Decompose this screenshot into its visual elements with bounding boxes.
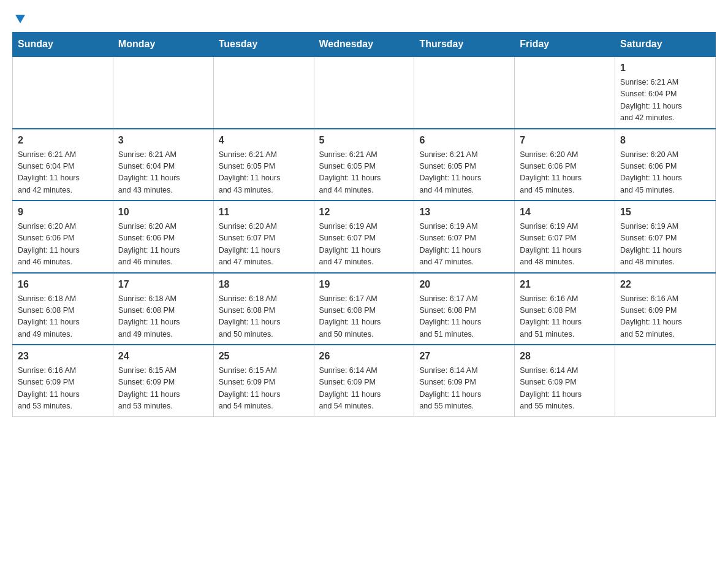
calendar-cell: 22Sunrise: 6:16 AM Sunset: 6:09 PM Dayli…	[615, 273, 716, 345]
day-info: Sunrise: 6:15 AM Sunset: 6:09 PM Dayligh…	[219, 365, 309, 413]
day-number: 21	[520, 277, 610, 292]
day-info: Sunrise: 6:18 AM Sunset: 6:08 PM Dayligh…	[18, 293, 108, 341]
day-number: 26	[319, 349, 409, 364]
day-info: Sunrise: 6:21 AM Sunset: 6:04 PM Dayligh…	[18, 149, 108, 197]
day-number: 17	[118, 277, 208, 292]
calendar-cell: 18Sunrise: 6:18 AM Sunset: 6:08 PM Dayli…	[213, 273, 314, 345]
calendar-cell: 10Sunrise: 6:20 AM Sunset: 6:06 PM Dayli…	[113, 201, 213, 273]
day-info: Sunrise: 6:21 AM Sunset: 6:05 PM Dayligh…	[219, 149, 309, 197]
day-number: 27	[419, 349, 509, 364]
day-number: 9	[18, 205, 108, 220]
calendar-cell: 20Sunrise: 6:17 AM Sunset: 6:08 PM Dayli…	[414, 273, 515, 345]
weekday-header-wednesday: Wednesday	[314, 33, 414, 57]
day-number: 20	[419, 277, 509, 292]
calendar-cell: 6Sunrise: 6:21 AM Sunset: 6:05 PM Daylig…	[414, 129, 515, 201]
day-info: Sunrise: 6:17 AM Sunset: 6:08 PM Dayligh…	[319, 293, 409, 341]
day-info: Sunrise: 6:19 AM Sunset: 6:07 PM Dayligh…	[520, 221, 610, 269]
day-number: 16	[18, 277, 108, 292]
calendar-cell: 21Sunrise: 6:16 AM Sunset: 6:08 PM Dayli…	[515, 273, 615, 345]
day-info: Sunrise: 6:21 AM Sunset: 6:05 PM Dayligh…	[419, 149, 509, 197]
calendar-week-row: 23Sunrise: 6:16 AM Sunset: 6:09 PM Dayli…	[13, 345, 716, 416]
weekday-header-saturday: Saturday	[615, 33, 716, 57]
day-number: 2	[18, 133, 108, 148]
day-number: 13	[419, 205, 509, 220]
calendar-cell: 17Sunrise: 6:18 AM Sunset: 6:08 PM Dayli…	[113, 273, 213, 345]
day-info: Sunrise: 6:16 AM Sunset: 6:09 PM Dayligh…	[18, 365, 108, 413]
day-info: Sunrise: 6:21 AM Sunset: 6:04 PM Dayligh…	[620, 77, 710, 124]
calendar-cell	[314, 56, 414, 129]
day-number: 19	[319, 277, 409, 292]
day-number: 11	[219, 205, 309, 220]
calendar-cell: 7Sunrise: 6:20 AM Sunset: 6:06 PM Daylig…	[515, 129, 615, 201]
day-number: 28	[520, 349, 610, 364]
day-info: Sunrise: 6:19 AM Sunset: 6:07 PM Dayligh…	[319, 221, 409, 269]
calendar-cell	[13, 56, 113, 129]
page-header	[12, 12, 716, 26]
calendar-cell: 2Sunrise: 6:21 AM Sunset: 6:04 PM Daylig…	[13, 129, 113, 201]
day-number: 22	[620, 277, 710, 292]
day-info: Sunrise: 6:19 AM Sunset: 6:07 PM Dayligh…	[620, 221, 710, 269]
calendar-cell: 3Sunrise: 6:21 AM Sunset: 6:04 PM Daylig…	[113, 129, 213, 201]
calendar-cell: 27Sunrise: 6:14 AM Sunset: 6:09 PM Dayli…	[414, 345, 515, 416]
calendar-cell: 4Sunrise: 6:21 AM Sunset: 6:05 PM Daylig…	[213, 129, 314, 201]
calendar-cell: 23Sunrise: 6:16 AM Sunset: 6:09 PM Dayli…	[13, 345, 113, 416]
calendar-cell: 11Sunrise: 6:20 AM Sunset: 6:07 PM Dayli…	[213, 201, 314, 273]
day-info: Sunrise: 6:20 AM Sunset: 6:06 PM Dayligh…	[118, 221, 208, 269]
day-info: Sunrise: 6:15 AM Sunset: 6:09 PM Dayligh…	[118, 365, 208, 413]
day-info: Sunrise: 6:20 AM Sunset: 6:07 PM Dayligh…	[219, 221, 309, 269]
calendar-cell: 28Sunrise: 6:14 AM Sunset: 6:09 PM Dayli…	[515, 345, 615, 416]
calendar-table: SundayMondayTuesdayWednesdayThursdayFrid…	[12, 32, 716, 417]
calendar-week-row: 16Sunrise: 6:18 AM Sunset: 6:08 PM Dayli…	[13, 273, 716, 345]
calendar-cell	[113, 56, 213, 129]
day-number: 12	[319, 205, 409, 220]
day-number: 18	[219, 277, 309, 292]
day-number: 25	[219, 349, 309, 364]
day-number: 14	[520, 205, 610, 220]
day-number: 6	[419, 133, 509, 148]
day-number: 3	[118, 133, 208, 148]
calendar-cell	[615, 345, 716, 416]
day-info: Sunrise: 6:20 AM Sunset: 6:06 PM Dayligh…	[620, 149, 710, 197]
calendar-cell: 19Sunrise: 6:17 AM Sunset: 6:08 PM Dayli…	[314, 273, 414, 345]
day-info: Sunrise: 6:14 AM Sunset: 6:09 PM Dayligh…	[520, 365, 610, 413]
calendar-cell: 16Sunrise: 6:18 AM Sunset: 6:08 PM Dayli…	[13, 273, 113, 345]
day-info: Sunrise: 6:21 AM Sunset: 6:05 PM Dayligh…	[319, 149, 409, 197]
day-number: 10	[118, 205, 208, 220]
calendar-cell: 25Sunrise: 6:15 AM Sunset: 6:09 PM Dayli…	[213, 345, 314, 416]
weekday-header-tuesday: Tuesday	[213, 33, 314, 57]
day-number: 24	[118, 349, 208, 364]
calendar-cell: 26Sunrise: 6:14 AM Sunset: 6:09 PM Dayli…	[314, 345, 414, 416]
calendar-week-row: 9Sunrise: 6:20 AM Sunset: 6:06 PM Daylig…	[13, 201, 716, 273]
calendar-cell: 1Sunrise: 6:21 AM Sunset: 6:04 PM Daylig…	[615, 56, 716, 129]
day-number: 5	[319, 133, 409, 148]
calendar-cell	[515, 56, 615, 129]
day-info: Sunrise: 6:18 AM Sunset: 6:08 PM Dayligh…	[219, 293, 309, 341]
calendar-week-row: 2Sunrise: 6:21 AM Sunset: 6:04 PM Daylig…	[13, 129, 716, 201]
calendar-cell: 14Sunrise: 6:19 AM Sunset: 6:07 PM Dayli…	[515, 201, 615, 273]
weekday-header-row: SundayMondayTuesdayWednesdayThursdayFrid…	[13, 33, 716, 57]
weekday-header-sunday: Sunday	[13, 33, 113, 57]
weekday-header-monday: Monday	[113, 33, 213, 57]
calendar-cell	[414, 56, 515, 129]
logo-triangle-icon	[13, 12, 27, 26]
calendar-cell: 12Sunrise: 6:19 AM Sunset: 6:07 PM Dayli…	[314, 201, 414, 273]
svg-marker-0	[15, 15, 25, 23]
day-number: 4	[219, 133, 309, 148]
calendar-cell: 5Sunrise: 6:21 AM Sunset: 6:05 PM Daylig…	[314, 129, 414, 201]
day-info: Sunrise: 6:14 AM Sunset: 6:09 PM Dayligh…	[419, 365, 509, 413]
day-number: 7	[520, 133, 610, 148]
day-info: Sunrise: 6:17 AM Sunset: 6:08 PM Dayligh…	[419, 293, 509, 341]
weekday-header-thursday: Thursday	[414, 33, 515, 57]
calendar-cell	[213, 56, 314, 129]
day-number: 15	[620, 205, 710, 220]
day-info: Sunrise: 6:16 AM Sunset: 6:08 PM Dayligh…	[520, 293, 610, 341]
calendar-cell: 15Sunrise: 6:19 AM Sunset: 6:07 PM Dayli…	[615, 201, 716, 273]
day-info: Sunrise: 6:16 AM Sunset: 6:09 PM Dayligh…	[620, 293, 710, 341]
day-info: Sunrise: 6:20 AM Sunset: 6:06 PM Dayligh…	[18, 221, 108, 269]
day-info: Sunrise: 6:21 AM Sunset: 6:04 PM Dayligh…	[118, 149, 208, 197]
day-number: 1	[620, 61, 710, 75]
calendar-cell: 13Sunrise: 6:19 AM Sunset: 6:07 PM Dayli…	[414, 201, 515, 273]
logo	[12, 12, 27, 26]
day-info: Sunrise: 6:14 AM Sunset: 6:09 PM Dayligh…	[319, 365, 409, 413]
calendar-cell: 24Sunrise: 6:15 AM Sunset: 6:09 PM Dayli…	[113, 345, 213, 416]
